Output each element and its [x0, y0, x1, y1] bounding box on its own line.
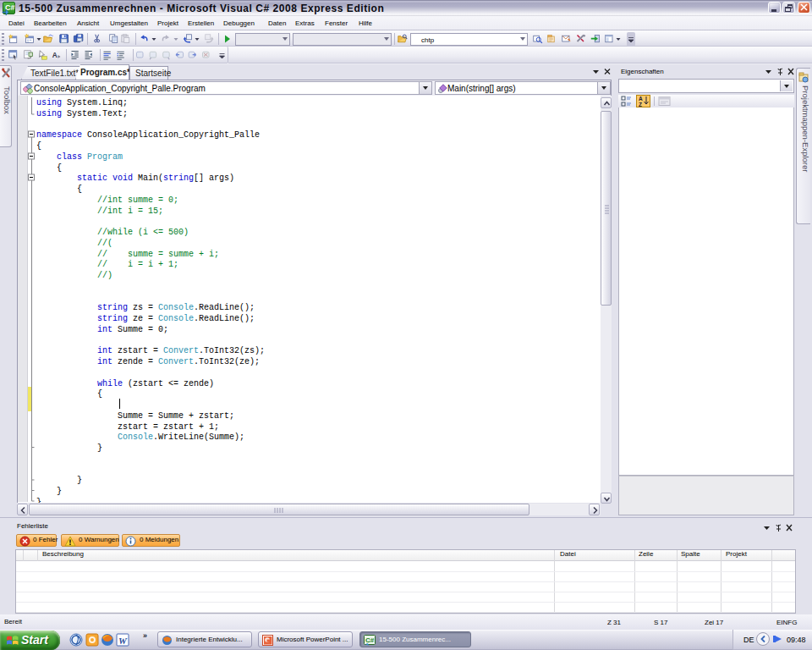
svg-text:C#: C#	[365, 636, 375, 644]
svg-text:A: A	[52, 52, 58, 59]
svg-text:»: »	[143, 631, 147, 640]
svg-text:W: W	[118, 636, 128, 646]
svg-text:Z: Z	[639, 102, 642, 107]
